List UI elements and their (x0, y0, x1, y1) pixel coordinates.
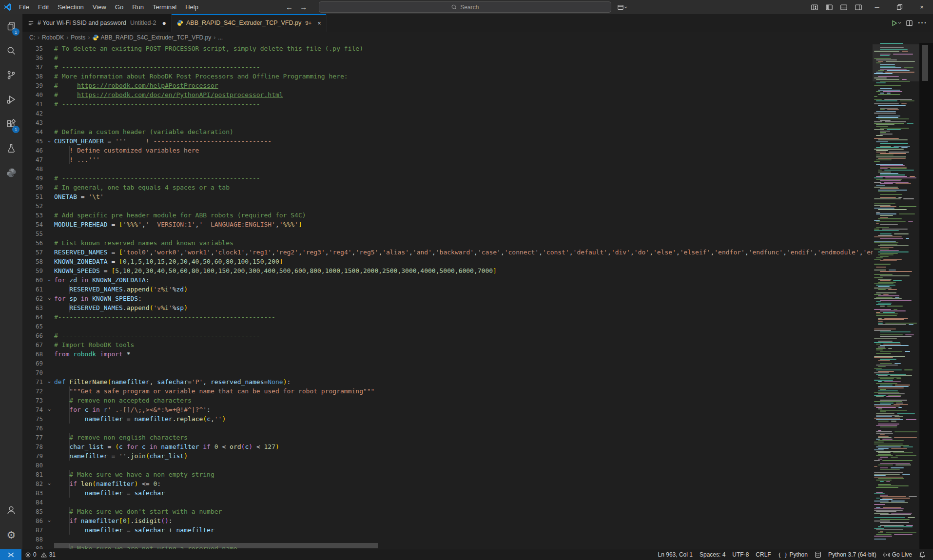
code-line[interactable]: 66# ------------------------------------… (22, 331, 873, 340)
problems-indicator[interactable]: 0 31 (21, 549, 59, 560)
activity-explorer-icon[interactable]: 1 (0, 14, 22, 39)
line-number[interactable]: 73 (22, 396, 43, 405)
tab-close-icon[interactable]: × (317, 19, 321, 27)
line-number[interactable]: 64 (22, 312, 43, 322)
code-line[interactable]: 71›def FilterName(namefilter, safechar='… (22, 377, 873, 386)
code-line[interactable]: 68from robodk import * (22, 349, 873, 359)
line-number[interactable]: 74 (22, 405, 43, 414)
line-number[interactable]: 48 (22, 164, 43, 174)
line-number[interactable]: 49 (22, 174, 43, 183)
toggle-secondary-sidebar-icon[interactable] (851, 0, 866, 14)
code-editor[interactable]: 35# To delete an existing POST PROCESSOR… (22, 43, 873, 549)
code-line[interactable]: 37# ------------------------------------… (22, 62, 873, 72)
line-number[interactable]: 85 (22, 507, 43, 516)
fold-chevron-icon[interactable]: › (45, 516, 54, 525)
line-number[interactable]: 87 (22, 525, 43, 535)
code-line[interactable]: 50# In general, one tab equals 4 spaces … (22, 183, 873, 192)
fold-chevron-icon[interactable]: › (45, 377, 54, 386)
code-line[interactable]: 62›for sp in KNOWN_SPEEDS: (22, 294, 873, 303)
code-line[interactable]: 56# List known reserved names and known … (22, 238, 873, 248)
line-number[interactable]: 65 (22, 322, 43, 331)
line-number[interactable]: 47 (22, 155, 43, 164)
code-line[interactable]: 47 ! ...''' (22, 155, 873, 164)
code-line[interactable]: 67# Import RoboDK tools (22, 340, 873, 349)
line-number[interactable]: 78 (22, 442, 43, 451)
code-line[interactable]: 36# (22, 53, 873, 62)
line-number[interactable]: 46 (22, 146, 43, 155)
activity-run-debug-icon[interactable] (0, 87, 22, 112)
code-line[interactable]: 55 (22, 229, 873, 238)
status-cursor-position[interactable]: Ln 963, Col 1 (655, 551, 696, 558)
line-number[interactable]: 67 (22, 340, 43, 349)
code-line[interactable]: 72 """Get a safe program or variable nam… (22, 386, 873, 396)
line-number[interactable]: 62 (22, 294, 43, 303)
line-number[interactable]: 86 (22, 516, 43, 525)
activity-testing-icon[interactable] (0, 136, 22, 160)
code-line[interactable]: 83 namefilter = safechar (22, 488, 873, 498)
minimize-button[interactable]: ─ (866, 0, 888, 14)
line-number[interactable]: 66 (22, 331, 43, 340)
code-line[interactable]: 74› for c in r' .-[]/\;,><&*:%=+@!#^|?^'… (22, 405, 873, 414)
code-line[interactable]: 70 (22, 368, 873, 377)
line-number[interactable]: 51 (22, 192, 43, 201)
line-number[interactable]: 72 (22, 386, 43, 396)
line-number[interactable]: 43 (22, 118, 43, 127)
line-number[interactable]: 61 (22, 285, 43, 294)
line-number[interactable]: 44 (22, 127, 43, 136)
menu-run[interactable]: Run (128, 0, 148, 14)
line-number[interactable]: 81 (22, 470, 43, 479)
code-line[interactable]: 53# Add specific pre header module for A… (22, 211, 873, 220)
toggle-panel-icon[interactable] (836, 0, 851, 14)
run-python-file-button[interactable]: › (891, 19, 901, 27)
code-line[interactable]: 57RESERVED_NAMES = ['tool0','work0','wor… (22, 248, 873, 257)
activity-source-control-icon[interactable] (0, 63, 22, 87)
line-number[interactable]: 39 (22, 81, 43, 90)
line-number[interactable]: 84 (22, 498, 43, 507)
line-number[interactable]: 75 (22, 414, 43, 424)
menu-view[interactable]: View (88, 0, 111, 14)
line-number[interactable]: 55 (22, 229, 43, 238)
breadcrumb-file[interactable]: ABB_RAPID_S4C_Extruder_TCP_VFD.py (100, 34, 211, 41)
tab-untitled[interactable]: # Your Wi-Fi SSID and passwordUntitled-2… (22, 14, 172, 32)
line-number[interactable]: 59 (22, 266, 43, 275)
layout-dropdown-icon[interactable]: › (617, 4, 627, 11)
code-line[interactable]: 79 namefilter = ''.join(char_list) (22, 451, 873, 461)
breadcrumb-item[interactable]: Posts (71, 34, 85, 41)
breadcrumb-item[interactable]: RoboDK (42, 34, 64, 41)
menu-edit[interactable]: Edit (34, 0, 53, 14)
run-dropdown-icon[interactable]: › (897, 22, 903, 24)
line-number[interactable]: 69 (22, 359, 43, 368)
activity-search-icon[interactable] (0, 39, 22, 63)
code-line[interactable]: 54MODULE_PREHEAD = ['%%%',' VERSION:1','… (22, 220, 873, 229)
line-number[interactable]: 40 (22, 90, 43, 99)
code-line[interactable]: 84 (22, 498, 873, 507)
line-number[interactable]: 82 (22, 479, 43, 488)
code-line[interactable]: 61 RESERVED_NAMES.append('z%i'%zd) (22, 285, 873, 294)
status-python-interpreter[interactable]: Python 3.7 (64-bit) (825, 551, 880, 558)
activity-settings-icon[interactable]: ⚙ (0, 522, 22, 547)
line-number[interactable]: 37 (22, 62, 43, 72)
toggle-sidebar-icon[interactable] (822, 0, 836, 14)
customize-layout-icon[interactable] (807, 0, 822, 14)
fold-chevron-icon[interactable]: › (45, 275, 54, 285)
horizontal-scrollbar[interactable] (54, 543, 378, 548)
nav-back-icon[interactable]: ← (286, 3, 293, 11)
line-number[interactable]: 45 (22, 136, 43, 146)
code-line[interactable]: 35# To delete an existing POST PROCESSOR… (22, 44, 873, 53)
close-window-button[interactable]: × (911, 0, 933, 14)
code-line[interactable]: 40# https://robodk.com/doc/en/PythonAPI/… (22, 90, 873, 99)
breadcrumb-symbol[interactable]: ... (218, 34, 223, 41)
breadcrumb-item[interactable]: C: (29, 34, 35, 41)
line-number[interactable]: 57 (22, 248, 43, 257)
status-language-mode[interactable]: { }Python (775, 551, 811, 558)
activity-extensions-icon[interactable]: 1 (0, 112, 22, 136)
code-line[interactable]: 87 namefilter = safechar + namefilter (22, 525, 873, 535)
menu-go[interactable]: Go (111, 0, 128, 14)
code-line[interactable]: 65 (22, 322, 873, 331)
code-line[interactable]: 38# More information about RoboDK Post P… (22, 72, 873, 81)
code-line[interactable]: 49# ------------------------------------… (22, 174, 873, 183)
line-number[interactable]: 54 (22, 220, 43, 229)
remote-indicator[interactable] (0, 549, 21, 560)
code-line[interactable]: 46 ! Define customized variables here (22, 146, 873, 155)
fold-chevron-icon[interactable]: › (45, 136, 54, 146)
